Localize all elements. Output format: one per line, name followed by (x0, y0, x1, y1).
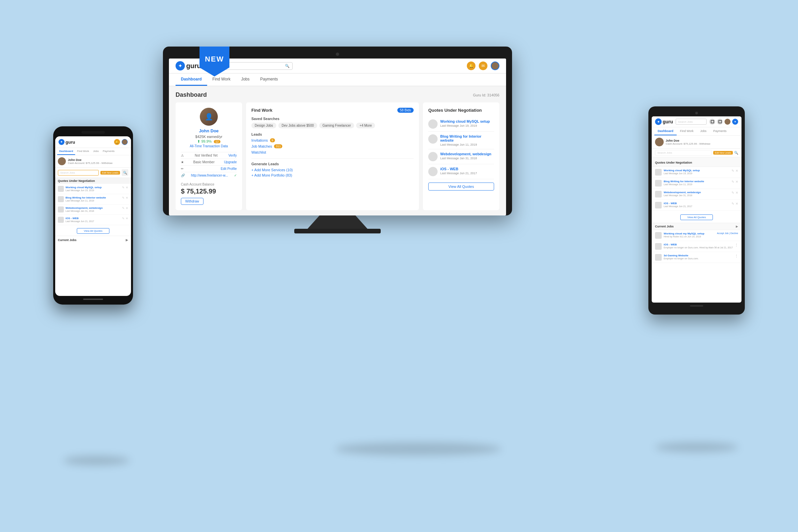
desktop-verify-row: ⚠ Not Verified Yet Verify (181, 152, 237, 158)
tablet-nav-icon-3[interactable] (724, 119, 730, 125)
desktop-tab-jobs[interactable]: Jobs (236, 74, 255, 86)
desktop-add-portfolio[interactable]: + Add More Portfolio (83) (251, 173, 414, 177)
desktop-trans-link[interactable]: All-Time Transaction Data (181, 144, 237, 148)
desktop-verify-link[interactable]: Verify (228, 154, 237, 157)
phone-quote-delete-1[interactable]: ✕ (126, 186, 128, 189)
tablet-logo-text: guru (663, 119, 673, 125)
desktop-invitations[interactable]: Invitations 9 (251, 138, 414, 142)
desktop-view-all-quotes: View All Quotes (428, 183, 494, 191)
phone-tab-findwork[interactable]: Find Work (75, 148, 91, 155)
tablet-nav-icon-2[interactable]: 🔲 (717, 119, 723, 125)
phone-search-button[interactable]: 🔍 (122, 169, 128, 176)
tablet-user-avatar (655, 138, 664, 146)
desktop-add-services[interactable]: + Add More Services (10) (251, 168, 414, 172)
desktop-avatar[interactable] (491, 61, 499, 70)
phone-quote-edit-3[interactable]: ✎ (122, 207, 125, 210)
tablet-job-action-3[interactable]: ⋮ (735, 254, 738, 258)
tablet-quote-delete-1[interactable]: ✕ (736, 169, 738, 173)
tablet-job-action-1[interactable]: Accept Job | Decline (717, 232, 738, 234)
tablet-quote-edit-3[interactable]: ✎ (732, 191, 734, 194)
tablet-tab-findwork[interactable]: Find Work (677, 127, 697, 135)
phone-quote-delete-3[interactable]: ✕ (126, 207, 128, 210)
tablet-quote-edit-2[interactable]: ✎ (732, 180, 734, 184)
tablet-user-cash[interactable]: Cash Account: $75,125.99 - Withdraw (666, 142, 738, 145)
desktop-url-link[interactable]: http://www.freelancer-w... (191, 174, 228, 177)
tablet-tab-payments[interactable]: Payments (710, 127, 730, 135)
phone-search-input[interactable]: Search Jobs (58, 170, 99, 175)
tablet-nav-icon-4[interactable]: ▼ (732, 119, 738, 125)
desktop-tag-more[interactable]: +4 More (356, 123, 375, 128)
desktop-tab-payments[interactable]: Payments (255, 74, 283, 86)
desktop-editprofile-link[interactable]: Edit Profile (221, 167, 237, 171)
desktop-tag-dev[interactable]: Dev Jobs above $500 (278, 123, 317, 128)
tablet-job-action-2[interactable]: ⋮ (735, 243, 738, 247)
phone-quote-delete-2[interactable]: ✕ (126, 196, 128, 200)
phone-user-cash[interactable]: Cash Account: $75,125.99 - Withdraw (68, 162, 128, 165)
tablet-job-info-3: 3d Gaming Website Employer no longer on … (664, 254, 733, 260)
tablet-view-all-button[interactable]: View All Quotes (680, 214, 713, 220)
tablet-search-field[interactable]: Search Jobs (655, 150, 712, 156)
desktop-quote-avatar-2 (428, 134, 438, 144)
phone-tab-payments[interactable]: Payments (101, 148, 117, 155)
tablet-job-title-2[interactable]: iOS - WEB (664, 243, 733, 246)
desktop-view-all-quotes-button[interactable]: View All Quotes (428, 183, 494, 191)
phone-new-leads-badge: Edit New Leads (100, 171, 120, 174)
desktop-notification-icon[interactable]: 🔔 (467, 61, 475, 70)
tablet-job-title-3[interactable]: 3d Gaming Website (664, 254, 733, 257)
tablet-home-button[interactable] (690, 305, 703, 307)
phone-quote-edit-4[interactable]: ✎ (122, 217, 125, 220)
desktop-quote-title-3[interactable]: Webdevelopment, webdesign (440, 152, 494, 156)
tablet-tab-jobs[interactable]: Jobs (697, 127, 710, 135)
phone-tab-jobs[interactable]: Jobs (91, 148, 101, 155)
tablet-quote-item-4: iOS - WEB Last Message Jun 21, 2017 ✎ ✕ (652, 200, 741, 211)
phone-quote-item-4: iOS - WEB Last Message Jun 21, 2017 ✎ ✕ (55, 215, 131, 225)
tablet-quote-delete-4[interactable]: ✕ (736, 202, 738, 206)
tablet-logo-icon: ✦ (655, 118, 662, 125)
desktop-tag-gaming[interactable]: Gaming Freelancer (319, 123, 355, 128)
desktop-withdraw-button[interactable]: Withdraw (181, 198, 204, 205)
monitor-stand (307, 215, 367, 229)
phone-quote-title-2[interactable]: Blog Writing for Interior website (65, 196, 120, 199)
desktop-search-icon[interactable]: 🔍 (285, 64, 290, 68)
phone-screen: ✦ guru 🔔 Dashboard Find Work Jobs Paymen… (55, 136, 131, 296)
tablet-quote-delete-2[interactable]: ✕ (736, 180, 738, 184)
tablet-quote-title-2[interactable]: Blog Writing for Interior website (664, 180, 729, 183)
desktop-tag-design[interactable]: Design Jobs (251, 123, 276, 128)
tablet-quote-delete-3[interactable]: ✕ (736, 191, 738, 194)
tablet-quote-avatar-2 (655, 180, 662, 187)
desktop-job-matches[interactable]: Job Matches 311 (251, 144, 414, 148)
desktop-quote-title-4[interactable]: iOS - WEB (440, 167, 494, 171)
phone-current-jobs-arrow[interactable]: ▶ (126, 238, 128, 242)
phone-view-all-button[interactable]: View All Quotes (77, 228, 109, 234)
phone-quote-delete-4[interactable]: ✕ (126, 217, 128, 220)
tablet-quote-title-3[interactable]: Webdevelopment, webdesign (664, 191, 729, 194)
tablet-quote-edit-4[interactable]: ✎ (732, 202, 734, 206)
phone-tab-dashboard[interactable]: Dashboard (57, 148, 75, 155)
tablet-nav-icon-1[interactable]: 🔲 (709, 119, 715, 125)
tablet-quote-title-4[interactable]: iOS - WEB (664, 202, 729, 205)
tablet-quote-avatar-1 (655, 169, 662, 175)
phone-quote-title-3[interactable]: Webdevelopment, webdesign (65, 207, 120, 209)
tablet-search-input[interactable]: Search Jobs (676, 119, 706, 125)
desktop-user-name[interactable]: John Doe (181, 128, 237, 133)
tablet-quote-edit-1[interactable]: ✎ (732, 169, 734, 173)
phone-avatar[interactable] (122, 139, 128, 145)
phone-quote-title-1[interactable]: Working cloud MySQL setup (65, 186, 120, 189)
tablet-tab-dashboard[interactable]: Dashboard (654, 127, 677, 135)
tablet-quote-title-1[interactable]: Working cloud MySQL setup (664, 169, 729, 172)
phone-quote-edit-1[interactable]: ✎ (122, 186, 125, 189)
desktop-upgrade-link[interactable]: Upgrade (224, 160, 237, 164)
phone-notification-badge[interactable]: 🔔 (114, 139, 120, 145)
desktop-quote-title-1[interactable]: Working cloud MySQL setup (440, 119, 494, 124)
desktop-watchlist[interactable]: Watchlist (251, 150, 414, 154)
tablet-search-icon[interactable]: 🔍 (734, 151, 738, 155)
desktop-quote-title-2[interactable]: Blog Writing for Interior website (440, 134, 494, 142)
tablet-current-jobs-arrow[interactable]: ▶ (736, 225, 738, 228)
phone-shadow (63, 456, 130, 466)
phone-quote-title-4[interactable]: iOS - WEB (65, 217, 120, 220)
desktop-quote-date-4: Last Message Jun 21, 2017 (440, 172, 494, 175)
desktop-quote-info-1: Working cloud MySQL setup Last Message J… (440, 119, 494, 127)
phone-quote-edit-2[interactable]: ✎ (122, 196, 125, 200)
desktop-message-icon[interactable]: ✉ (479, 61, 488, 70)
tablet-job-title-1[interactable]: Working cloud my MySQL setup (664, 232, 715, 235)
